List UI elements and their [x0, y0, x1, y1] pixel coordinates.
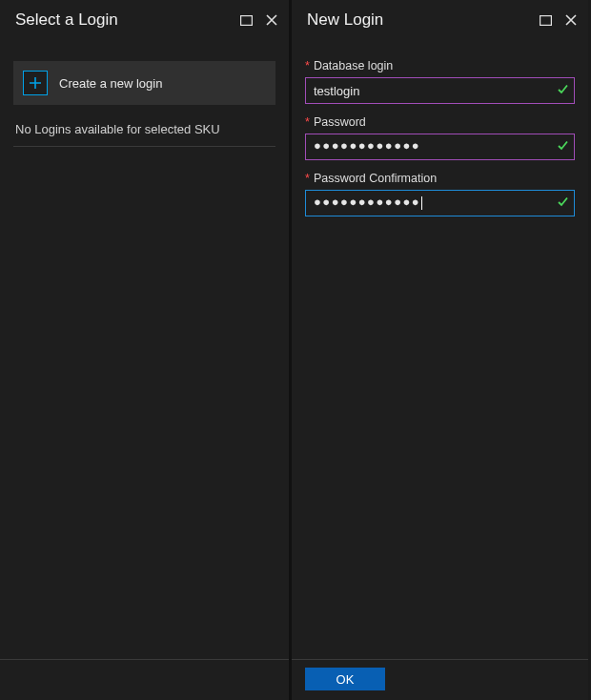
text-caret — [421, 196, 422, 210]
select-login-title: Select a Login — [15, 10, 240, 30]
required-mark: * — [305, 172, 310, 185]
checkmark-icon — [557, 139, 569, 154]
select-login-body: Create a new login No Logins available f… — [0, 40, 289, 700]
database-login-label: *Database login — [305, 59, 575, 72]
required-mark: * — [305, 115, 310, 129]
select-login-header: Select a Login — [0, 0, 289, 40]
restore-icon[interactable] — [540, 15, 552, 26]
new-login-form: *Database login *Password ●●●●●●●●●●●● — [292, 40, 588, 700]
database-login-input-wrap — [305, 77, 575, 104]
restore-icon[interactable] — [240, 15, 253, 26]
new-login-panel: New Login *Database login *Pass — [292, 0, 588, 700]
ok-button[interactable]: OK — [305, 668, 385, 690]
new-login-header-icons — [540, 14, 577, 26]
password-input[interactable]: ●●●●●●●●●●●● — [305, 134, 575, 160]
database-login-input[interactable] — [305, 77, 575, 104]
ok-bar: OK — [305, 668, 575, 690]
create-new-login-label: Create a new login — [59, 76, 162, 91]
password-confirmation-input[interactable]: ●●●●●●●●●●●● — [305, 190, 575, 216]
plus-icon — [23, 71, 48, 95]
password-confirmation-field: *Password Confirmation ●●●●●●●●●●●● — [305, 172, 575, 216]
right-footer-divider — [292, 659, 588, 660]
select-login-panel: Select a Login Create a new login No Log… — [0, 0, 292, 700]
required-mark: * — [305, 59, 310, 72]
close-icon[interactable] — [266, 14, 277, 26]
svg-rect-1 — [540, 15, 552, 25]
new-login-header: New Login — [292, 0, 588, 40]
database-login-field: *Database login — [305, 59, 575, 104]
create-new-login-button[interactable]: Create a new login — [13, 61, 275, 105]
password-label: *Password — [305, 115, 575, 129]
password-confirmation-label: *Password Confirmation — [305, 172, 575, 185]
left-footer-divider — [0, 659, 289, 660]
new-login-title: New Login — [307, 10, 540, 30]
checkmark-icon — [557, 196, 569, 211]
password-field: *Password ●●●●●●●●●●●● — [305, 115, 575, 160]
select-login-header-icons — [240, 14, 277, 26]
no-logins-message: No Logins available for selected SKU — [13, 118, 275, 147]
password-input-wrap: ●●●●●●●●●●●● — [305, 134, 575, 160]
checkmark-icon — [557, 83, 569, 98]
close-icon[interactable] — [565, 14, 577, 26]
svg-rect-0 — [241, 15, 253, 25]
password-confirmation-input-wrap: ●●●●●●●●●●●● — [305, 190, 575, 216]
